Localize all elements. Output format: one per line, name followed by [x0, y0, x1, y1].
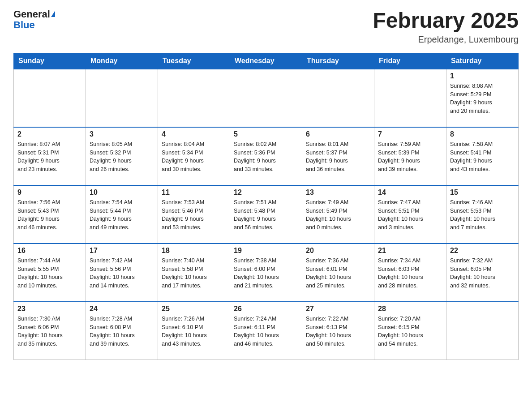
calendar-cell: [86, 69, 158, 127]
calendar-cell: 22Sunrise: 7:32 AMSunset: 6:05 PMDayligh…: [446, 244, 519, 302]
day-info: Sunrise: 7:40 AMSunset: 5:58 PMDaylight:…: [162, 257, 226, 290]
day-info: Sunrise: 7:34 AMSunset: 6:03 PMDaylight:…: [378, 257, 442, 290]
calendar-cell: 4Sunrise: 8:04 AMSunset: 5:34 PMDaylight…: [158, 127, 230, 185]
day-number: 2: [17, 130, 82, 138]
calendar-cell: 19Sunrise: 7:38 AMSunset: 6:00 PMDayligh…: [230, 244, 302, 302]
day-number: 10: [90, 188, 154, 197]
day-info: Sunrise: 7:59 AMSunset: 5:39 PMDaylight:…: [378, 140, 442, 174]
calendar-cell: [446, 302, 519, 360]
day-number: 4: [162, 130, 226, 138]
day-number: 11: [162, 188, 226, 197]
calendar-cell: [230, 69, 302, 127]
calendar-cell: 6Sunrise: 8:01 AMSunset: 5:37 PMDaylight…: [302, 127, 374, 185]
day-info: Sunrise: 7:46 AMSunset: 5:53 PMDaylight:…: [450, 198, 515, 232]
day-info: Sunrise: 7:30 AMSunset: 6:06 PMDaylight:…: [17, 315, 82, 348]
calendar-cell: 11Sunrise: 7:53 AMSunset: 5:46 PMDayligh…: [158, 185, 230, 244]
calendar-cell: 23Sunrise: 7:30 AMSunset: 6:06 PMDayligh…: [14, 302, 86, 360]
calendar-cell: 1Sunrise: 8:08 AMSunset: 5:29 PMDaylight…: [446, 69, 519, 127]
day-number: 8: [450, 130, 515, 138]
week-row-2: 2Sunrise: 8:07 AMSunset: 5:31 PMDaylight…: [14, 127, 519, 185]
col-tuesday: Tuesday: [158, 53, 230, 69]
day-number: 23: [17, 305, 82, 313]
day-number: 12: [234, 188, 298, 197]
logo: General Blue: [13, 9, 55, 30]
calendar-cell: 26Sunrise: 7:24 AMSunset: 6:11 PMDayligh…: [230, 302, 302, 360]
calendar-header-row: Sunday Monday Tuesday Wednesday Thursday…: [14, 53, 519, 69]
day-info: Sunrise: 7:49 AMSunset: 5:49 PMDaylight:…: [306, 198, 370, 232]
day-info: Sunrise: 8:02 AMSunset: 5:36 PMDaylight:…: [234, 140, 298, 174]
calendar-cell: 3Sunrise: 8:05 AMSunset: 5:32 PMDaylight…: [86, 127, 158, 185]
day-number: 5: [234, 130, 298, 138]
day-number: 19: [234, 247, 298, 255]
day-info: Sunrise: 7:56 AMSunset: 5:43 PMDaylight:…: [17, 198, 82, 232]
day-info: Sunrise: 7:22 AMSunset: 6:13 PMDaylight:…: [306, 315, 370, 348]
day-number: 18: [162, 247, 226, 255]
day-info: Sunrise: 7:26 AMSunset: 6:10 PMDaylight:…: [162, 315, 226, 348]
calendar-cell: 25Sunrise: 7:26 AMSunset: 6:10 PMDayligh…: [158, 302, 230, 360]
day-number: 28: [378, 305, 442, 313]
day-info: Sunrise: 7:47 AMSunset: 5:51 PMDaylight:…: [378, 198, 442, 232]
logo-blue-text: Blue: [13, 19, 35, 30]
day-info: Sunrise: 8:05 AMSunset: 5:32 PMDaylight:…: [90, 140, 154, 174]
day-info: Sunrise: 7:24 AMSunset: 6:11 PMDaylight:…: [234, 315, 298, 348]
logo-general-text: General: [13, 9, 50, 20]
day-info: Sunrise: 7:54 AMSunset: 5:44 PMDaylight:…: [90, 198, 154, 232]
day-number: 7: [378, 130, 442, 138]
day-number: 1: [450, 72, 515, 80]
week-row-1: 1Sunrise: 8:08 AMSunset: 5:29 PMDaylight…: [14, 69, 519, 127]
calendar-cell: [302, 69, 374, 127]
calendar-cell: 2Sunrise: 8:07 AMSunset: 5:31 PMDaylight…: [14, 127, 86, 185]
calendar-table: Sunday Monday Tuesday Wednesday Thursday…: [13, 53, 519, 360]
day-number: 22: [450, 247, 515, 255]
day-number: 27: [306, 305, 370, 313]
calendar-cell: 20Sunrise: 7:36 AMSunset: 6:01 PMDayligh…: [302, 244, 374, 302]
calendar-cell: 13Sunrise: 7:49 AMSunset: 5:49 PMDayligh…: [302, 185, 374, 244]
day-info: Sunrise: 7:20 AMSunset: 6:15 PMDaylight:…: [378, 315, 442, 348]
day-info: Sunrise: 7:51 AMSunset: 5:48 PMDaylight:…: [234, 198, 298, 232]
day-number: 6: [306, 130, 370, 138]
day-info: Sunrise: 7:28 AMSunset: 6:08 PMDaylight:…: [90, 315, 154, 348]
day-info: Sunrise: 7:58 AMSunset: 5:41 PMDaylight:…: [450, 140, 515, 174]
day-info: Sunrise: 8:04 AMSunset: 5:34 PMDaylight:…: [162, 140, 226, 174]
calendar-cell: 28Sunrise: 7:20 AMSunset: 6:15 PMDayligh…: [374, 302, 446, 360]
col-saturday: Saturday: [446, 53, 519, 69]
logo-triangle-icon: [51, 11, 55, 17]
day-number: 3: [90, 130, 154, 138]
day-number: 21: [378, 247, 442, 255]
calendar-cell: 7Sunrise: 7:59 AMSunset: 5:39 PMDaylight…: [374, 127, 446, 185]
calendar-cell: 21Sunrise: 7:34 AMSunset: 6:03 PMDayligh…: [374, 244, 446, 302]
day-info: Sunrise: 7:32 AMSunset: 6:05 PMDaylight:…: [450, 257, 515, 290]
day-info: Sunrise: 7:53 AMSunset: 5:46 PMDaylight:…: [162, 198, 226, 232]
calendar-cell: [158, 69, 230, 127]
calendar-cell: 8Sunrise: 7:58 AMSunset: 5:41 PMDaylight…: [446, 127, 519, 185]
calendar-cell: 24Sunrise: 7:28 AMSunset: 6:08 PMDayligh…: [86, 302, 158, 360]
title-block: February 2025 Erpeldange, Luxembourg: [373, 9, 519, 45]
calendar-cell: 12Sunrise: 7:51 AMSunset: 5:48 PMDayligh…: [230, 185, 302, 244]
calendar-cell: 27Sunrise: 7:22 AMSunset: 6:13 PMDayligh…: [302, 302, 374, 360]
calendar-cell: 10Sunrise: 7:54 AMSunset: 5:44 PMDayligh…: [86, 185, 158, 244]
calendar-cell: 15Sunrise: 7:46 AMSunset: 5:53 PMDayligh…: [446, 185, 519, 244]
day-number: 25: [162, 305, 226, 313]
day-info: Sunrise: 7:42 AMSunset: 5:56 PMDaylight:…: [90, 257, 154, 290]
day-info: Sunrise: 8:08 AMSunset: 5:29 PMDaylight:…: [450, 82, 515, 116]
col-monday: Monday: [86, 53, 158, 69]
day-info: Sunrise: 8:07 AMSunset: 5:31 PMDaylight:…: [17, 140, 82, 174]
col-sunday: Sunday: [14, 53, 86, 69]
col-wednesday: Wednesday: [230, 53, 302, 69]
calendar-location: Erpeldange, Luxembourg: [373, 34, 519, 45]
calendar-cell: 16Sunrise: 7:44 AMSunset: 5:55 PMDayligh…: [14, 244, 86, 302]
calendar-cell: [374, 69, 446, 127]
day-number: 14: [378, 188, 442, 197]
calendar-cell: 5Sunrise: 8:02 AMSunset: 5:36 PMDaylight…: [230, 127, 302, 185]
calendar-cell: 9Sunrise: 7:56 AMSunset: 5:43 PMDaylight…: [14, 185, 86, 244]
day-info: Sunrise: 7:38 AMSunset: 6:00 PMDaylight:…: [234, 257, 298, 290]
day-number: 20: [306, 247, 370, 255]
week-row-4: 16Sunrise: 7:44 AMSunset: 5:55 PMDayligh…: [14, 244, 519, 302]
col-friday: Friday: [374, 53, 446, 69]
day-number: 16: [17, 247, 82, 255]
calendar-title: February 2025: [373, 9, 519, 33]
day-info: Sunrise: 7:44 AMSunset: 5:55 PMDaylight:…: [17, 257, 82, 290]
week-row-3: 9Sunrise: 7:56 AMSunset: 5:43 PMDaylight…: [14, 185, 519, 244]
calendar-cell: [14, 69, 86, 127]
col-thursday: Thursday: [302, 53, 374, 69]
